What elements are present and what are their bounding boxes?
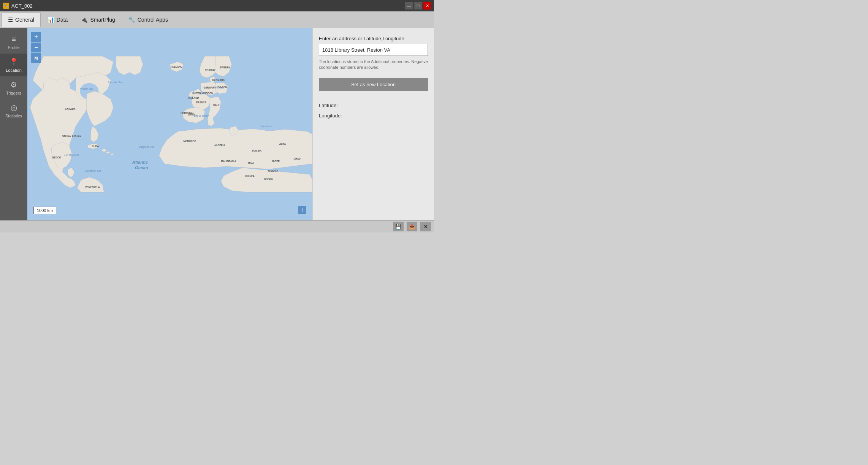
tab-data-label: Data	[57, 17, 68, 23]
svg-text:UNITED STATES: UNITED STATES	[62, 134, 81, 137]
zoom-in-button[interactable]: +	[31, 32, 41, 42]
coordinate-section: Latitude: Longitude:	[319, 103, 428, 119]
sidebar-triggers-label: Triggers	[6, 91, 21, 95]
svg-text:NIGER: NIGER	[272, 160, 280, 163]
longitude-label: Longitude:	[319, 113, 342, 119]
svg-text:Gulf of Mexico: Gulf of Mexico	[64, 153, 79, 156]
svg-point-4	[111, 153, 113, 155]
tab-bar: ☰ General 📊 Data 🔌 SmartPlug 🔧 Control A…	[0, 11, 434, 28]
title-bar: 🔧 AGT_002 — □ ✕	[0, 0, 434, 11]
sidebar-item-triggers[interactable]: ⚙ Triggers	[0, 76, 27, 99]
latitude-row: Latitude:	[319, 103, 428, 108]
address-input[interactable]	[319, 44, 428, 56]
tab-general-label: General	[15, 17, 34, 23]
svg-text:CANADA: CANADA	[65, 108, 76, 111]
svg-text:Hudson Bay: Hudson Bay	[80, 87, 93, 90]
svg-text:MAURITANIA: MAURITANIA	[221, 160, 236, 163]
svg-text:VENEZUELA: VENEZUELA	[85, 186, 100, 188]
set-location-button[interactable]: Set as new Location	[319, 78, 428, 91]
svg-point-2	[102, 149, 106, 152]
sidebar-item-location[interactable]: 📍 Location	[0, 54, 27, 76]
sidebar-location-label: Location	[6, 68, 22, 73]
info-button[interactable]: i	[298, 206, 306, 214]
close-panel-icon: ✕	[424, 224, 428, 229]
svg-text:TUNISIA: TUNISIA	[252, 149, 262, 152]
svg-text:Sargasso Sea: Sargasso Sea	[139, 146, 154, 149]
tab-controlapps-label: Control Apps	[138, 17, 168, 23]
svg-text:MALI: MALI	[248, 161, 254, 164]
export-button[interactable]: 📤	[407, 222, 417, 231]
longitude-row: Longitude:	[319, 113, 428, 119]
data-icon: 📊	[47, 16, 54, 23]
title-bar-left: 🔧 AGT_002	[3, 3, 33, 9]
hint-text: The location is stored in the Additional…	[319, 59, 428, 71]
svg-text:Labrador Sea: Labrador Sea	[108, 81, 123, 84]
map-controls: + − M	[31, 32, 41, 63]
minimize-button[interactable]: —	[405, 2, 413, 9]
maximize-button[interactable]: □	[414, 2, 422, 9]
right-panel: Enter an address or Latitude,Longitude: …	[312, 28, 434, 220]
svg-text:Mediterrar: Mediterrar	[261, 125, 273, 128]
tab-general[interactable]: ☰ General	[2, 13, 41, 27]
svg-text:POLAND: POLAND	[217, 85, 227, 88]
svg-text:CHAD: CHAD	[293, 157, 301, 160]
window-title: AGT_002	[11, 3, 33, 9]
svg-text:NORWAY: NORWAY	[205, 69, 216, 71]
svg-text:NIGERIA: NIGERIA	[268, 169, 278, 172]
sidebar-statistics-label: Statistics	[5, 114, 22, 118]
tab-smartplug-label: SmartPlug	[90, 17, 115, 23]
tab-data[interactable]: 📊 Data	[41, 13, 74, 27]
zoom-out-button[interactable]: −	[31, 43, 41, 52]
close-panel-button[interactable]: ✕	[420, 222, 431, 231]
svg-text:GUINEA: GUINEA	[245, 175, 255, 177]
svg-text:ICELAND: ICELAND	[171, 65, 182, 68]
bottom-bar: 💾 📤 ✕	[0, 220, 434, 232]
triggers-icon: ⚙	[10, 80, 17, 89]
svg-text:PORTUGAL: PORTUGAL	[181, 112, 194, 114]
svg-text:UNITED KINGDOM: UNITED KINGDOM	[192, 92, 213, 95]
svg-text:MOROCCO: MOROCCO	[183, 140, 196, 142]
sidebar: ≡ Profile 📍 Location ⚙ Triggers ◎ Statis…	[0, 28, 27, 220]
main-content: ≡ Profile 📍 Location ⚙ Triggers ◎ Statis…	[0, 28, 434, 220]
profile-icon: ≡	[11, 35, 16, 44]
map-svg: VENEZUELA	[27, 28, 312, 220]
map-type-button[interactable]: M	[31, 53, 41, 63]
map-area[interactable]: VENEZUELA	[27, 28, 312, 220]
save-button[interactable]: 💾	[393, 222, 404, 231]
smartplug-icon: 🔌	[81, 16, 88, 23]
statistics-icon: ◎	[11, 103, 17, 112]
svg-text:Atlantic: Atlantic	[132, 160, 148, 164]
address-label: Enter an address or Latitude,Longitude:	[319, 36, 428, 41]
svg-text:GHANA: GHANA	[264, 177, 273, 180]
tab-smartplug[interactable]: 🔌 SmartPlug	[74, 13, 121, 27]
svg-text:FRANCE: FRANCE	[196, 101, 206, 104]
svg-point-3	[106, 151, 109, 153]
svg-text:CUBA: CUBA	[92, 145, 99, 147]
svg-text:DENMARK: DENMARK	[212, 79, 225, 81]
close-button[interactable]: ✕	[423, 2, 431, 9]
title-bar-controls: — □ ✕	[405, 2, 431, 9]
latitude-label: Latitude:	[319, 103, 338, 108]
svg-text:LIBYA: LIBYA	[279, 142, 286, 145]
svg-text:Ocean: Ocean	[135, 165, 148, 170]
sidebar-profile-label: Profile	[8, 45, 19, 50]
scale-bar: 1000 km	[33, 207, 56, 214]
controlapps-icon: 🔧	[128, 16, 135, 23]
svg-text:SWEDEN: SWEDEN	[220, 66, 230, 69]
export-icon: 📤	[409, 224, 415, 229]
location-icon: 📍	[9, 57, 19, 66]
svg-text:MEXICO: MEXICO	[52, 156, 61, 159]
svg-text:ALGERIA: ALGERIA	[214, 144, 225, 147]
svg-text:Caribbean Sea: Caribbean Sea	[85, 169, 101, 172]
sidebar-item-statistics[interactable]: ◎ Statistics	[0, 99, 27, 122]
sidebar-item-profile[interactable]: ≡ Profile	[0, 31, 27, 54]
svg-text:GERMANY: GERMANY	[203, 86, 216, 89]
svg-text:IRELAND: IRELAND	[188, 96, 199, 99]
save-icon: 💾	[395, 224, 401, 229]
general-icon: ☰	[8, 16, 13, 23]
scale-label: 1000 km	[37, 208, 53, 213]
svg-text:Bay of Biscay: Bay of Biscay	[194, 114, 209, 117]
tab-controlapps[interactable]: 🔧 Control Apps	[122, 13, 174, 27]
app-icon: 🔧	[3, 3, 9, 9]
svg-text:ITALY: ITALY	[213, 104, 220, 106]
